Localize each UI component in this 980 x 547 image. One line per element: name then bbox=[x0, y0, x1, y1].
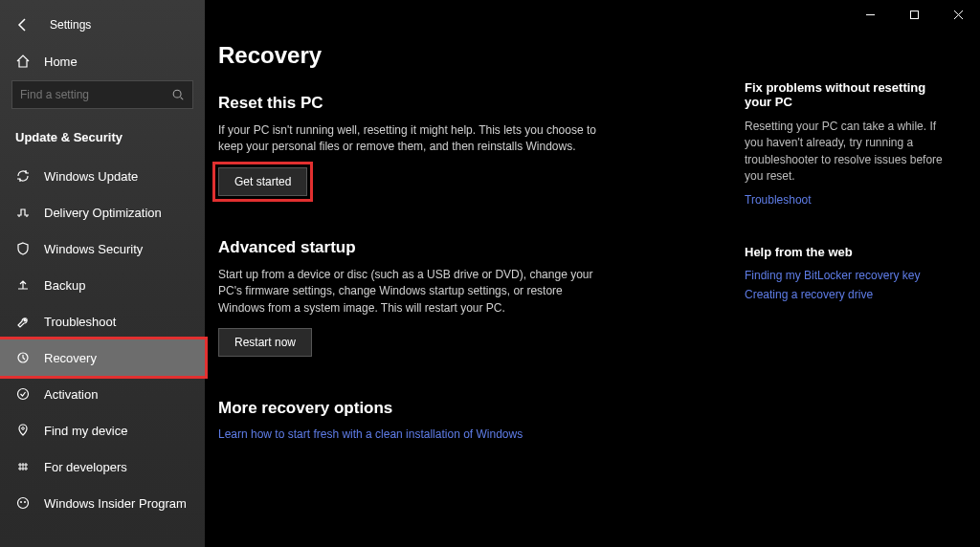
maximize-button[interactable] bbox=[892, 0, 936, 29]
reset-heading: Reset this PC bbox=[218, 94, 716, 113]
search-box[interactable] bbox=[11, 80, 193, 109]
back-button[interactable] bbox=[15, 17, 31, 33]
more-recovery-section: More recovery options Learn how to start… bbox=[218, 399, 716, 441]
search-input[interactable] bbox=[20, 88, 171, 101]
window-controls bbox=[848, 0, 980, 29]
get-started-button[interactable]: Get started bbox=[218, 167, 307, 196]
svg-point-3 bbox=[22, 427, 25, 430]
reset-description: If your PC isn't running well, resetting… bbox=[218, 122, 601, 156]
aside-panel: Fix problems without resetting your PC R… bbox=[745, 42, 946, 547]
check-circle-icon bbox=[15, 386, 31, 402]
sidebar-item-label: Backup bbox=[44, 278, 85, 293]
troubleshoot-link[interactable]: Troubleshoot bbox=[745, 193, 946, 207]
sidebar-item-windows-security[interactable]: Windows Security bbox=[0, 230, 205, 267]
sidebar-item-activation[interactable]: Activation bbox=[0, 376, 205, 412]
sidebar-section-title: Update & Security bbox=[0, 117, 205, 154]
sidebar-item-label: For developers bbox=[44, 460, 127, 474]
restart-now-button[interactable]: Restart now bbox=[218, 328, 312, 357]
sidebar-item-delivery-optimization[interactable]: Delivery Optimization bbox=[0, 194, 205, 230]
sidebar-item-label: Recovery bbox=[44, 351, 97, 365]
sidebar-item-label: Troubleshoot bbox=[44, 315, 116, 329]
sidebar: Settings Home Update & Security Windows … bbox=[0, 0, 205, 547]
annotation-highlight: Get started bbox=[218, 167, 307, 196]
fix-heading: Fix problems without resetting your PC bbox=[745, 80, 946, 109]
app-title: Settings bbox=[50, 18, 91, 32]
sidebar-item-troubleshoot[interactable]: Troubleshoot bbox=[0, 303, 205, 339]
sync-icon bbox=[15, 168, 31, 184]
insider-icon bbox=[15, 495, 31, 511]
home-label: Home bbox=[44, 55, 78, 69]
help-heading: Help from the web bbox=[745, 245, 946, 259]
home-nav[interactable]: Home bbox=[0, 44, 205, 80]
svg-point-0 bbox=[173, 90, 181, 98]
main-content: Recovery Reset this PC If your PC isn't … bbox=[205, 0, 980, 547]
sidebar-item-windows-update[interactable]: Windows Update bbox=[0, 158, 205, 194]
shield-icon bbox=[15, 241, 31, 256]
sidebar-item-windows-insider[interactable]: Windows Insider Program bbox=[0, 485, 205, 521]
reset-pc-section: Reset this PC If your PC isn't running w… bbox=[218, 94, 716, 196]
delivery-icon bbox=[15, 205, 31, 220]
sidebar-item-label: Activation bbox=[44, 387, 98, 402]
sidebar-nav: Windows Update Delivery Optimization Win… bbox=[0, 158, 205, 521]
recovery-drive-link[interactable]: Creating a recovery drive bbox=[745, 288, 946, 301]
more-heading: More recovery options bbox=[218, 399, 716, 418]
recovery-icon bbox=[15, 350, 31, 365]
sidebar-item-label: Delivery Optimization bbox=[44, 206, 162, 220]
sidebar-item-label: Windows Update bbox=[44, 169, 138, 184]
backup-icon bbox=[15, 277, 31, 293]
sidebar-item-find-my-device[interactable]: Find my device bbox=[0, 412, 205, 449]
advanced-description: Start up from a device or disc (such as … bbox=[218, 267, 601, 317]
arrow-left-icon bbox=[15, 17, 31, 33]
developer-icon bbox=[15, 459, 31, 474]
svg-point-6 bbox=[24, 501, 26, 503]
sidebar-item-recovery[interactable]: Recovery bbox=[0, 339, 205, 376]
page-title: Recovery bbox=[218, 42, 716, 69]
sidebar-item-label: Find my device bbox=[44, 424, 127, 438]
wrench-icon bbox=[15, 314, 31, 329]
svg-point-5 bbox=[20, 501, 22, 503]
fix-description: Resetting your PC can take a while. If y… bbox=[745, 119, 946, 186]
annotation-highlight bbox=[0, 337, 208, 379]
home-icon bbox=[15, 54, 31, 69]
svg-point-4 bbox=[18, 498, 29, 509]
search-icon bbox=[171, 88, 185, 101]
minimize-button[interactable] bbox=[848, 0, 892, 29]
bitlocker-link[interactable]: Finding my BitLocker recovery key bbox=[745, 269, 946, 282]
sidebar-item-label: Windows Security bbox=[44, 242, 143, 256]
advanced-startup-section: Advanced startup Start up from a device … bbox=[218, 238, 716, 357]
location-icon bbox=[15, 423, 31, 438]
svg-rect-7 bbox=[910, 11, 918, 18]
svg-point-2 bbox=[18, 389, 29, 400]
sidebar-item-label: Windows Insider Program bbox=[44, 496, 187, 511]
sidebar-item-backup[interactable]: Backup bbox=[0, 267, 205, 303]
sidebar-item-for-developers[interactable]: For developers bbox=[0, 449, 205, 485]
advanced-heading: Advanced startup bbox=[218, 238, 716, 257]
close-button[interactable] bbox=[936, 0, 980, 29]
start-fresh-link[interactable]: Learn how to start fresh with a clean in… bbox=[218, 427, 716, 441]
